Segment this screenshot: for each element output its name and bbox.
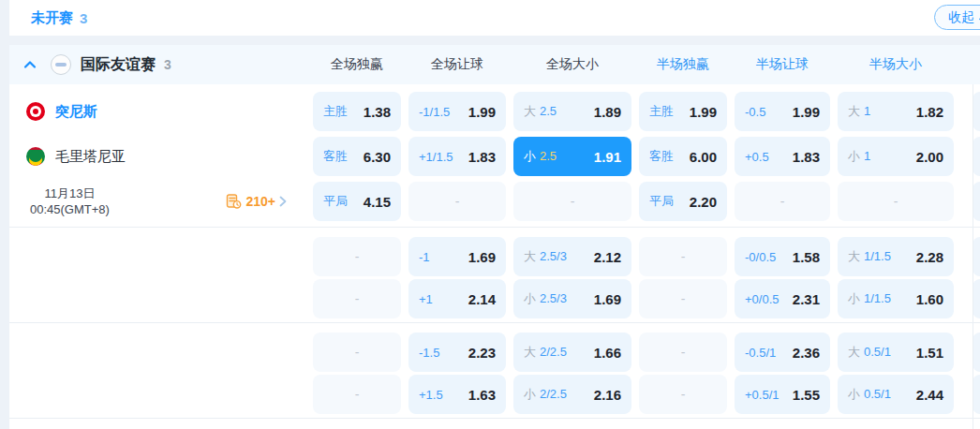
- ou-line: 2.5/3: [540, 249, 567, 263]
- odds-cell[interactable]: -0.5/12.36: [735, 333, 830, 372]
- odds-cell[interactable]: 小1/1.51.60: [838, 279, 954, 318]
- odds-label: 客胜: [323, 148, 348, 165]
- ou-line: 1/1.5: [864, 291, 891, 305]
- odds-label: 平局: [323, 193, 348, 210]
- column-header-ft-handicap: 全场让球: [405, 56, 510, 73]
- odds-label: 平局: [649, 193, 674, 210]
- status-filter-label[interactable]: 未开赛: [31, 9, 73, 27]
- odds-value: 1.55: [793, 387, 820, 403]
- collapse-league-chevron-icon[interactable]: [23, 60, 37, 69]
- odds-cell-empty: -: [639, 375, 727, 414]
- odds-cell-empty: -: [313, 237, 401, 276]
- ou-direction: 小: [848, 387, 860, 401]
- odds-cell[interactable]: +0.5/11.55: [735, 375, 830, 414]
- clipped-odds-cell: [973, 137, 980, 176]
- odds-cell[interactable]: -11.69: [408, 237, 506, 276]
- ou-direction: 大: [524, 104, 536, 118]
- odds-label: -1/1.5: [419, 105, 450, 119]
- odds-value: 1.69: [594, 291, 621, 307]
- home-team: 突尼斯: [9, 92, 309, 131]
- match-row-meta: 11月13日00:45(GMT+8)210+平局4.15--平局2.20--: [9, 182, 980, 221]
- odds-value: 2.31: [793, 291, 820, 307]
- odds-cell[interactable]: +1/1.51.83: [408, 137, 506, 176]
- odds-cell-empty: -: [838, 182, 954, 221]
- odds-cell[interactable]: 小2/2.52.16: [513, 375, 631, 414]
- ou-line: 0.5/1: [864, 387, 891, 401]
- odds-cell[interactable]: 主胜1.38: [313, 92, 401, 131]
- odds-cell-empty: -: [513, 182, 631, 221]
- right-column-divider: [973, 84, 973, 429]
- more-markets-count: 210+: [245, 194, 275, 209]
- odds-cell[interactable]: +0/0.52.31: [735, 279, 830, 318]
- odds-value: 1.51: [916, 345, 943, 361]
- clipped-column: [973, 137, 980, 176]
- column-end-spacer: [958, 182, 973, 221]
- odds-value: 2.16: [594, 387, 621, 403]
- away-team-name[interactable]: 毛里塔尼亚: [55, 148, 126, 166]
- odds-cell[interactable]: 小2.5/31.69: [513, 279, 631, 318]
- odds-cell[interactable]: 大2.5/32.12: [513, 237, 631, 276]
- ou-line: 2.5: [540, 149, 557, 163]
- topbar: 未开赛 3 收起: [9, 0, 980, 36]
- ou-line: 1: [864, 104, 870, 118]
- odds-cell-empty: -: [408, 182, 506, 221]
- more-markets-link[interactable]: 210+: [226, 194, 287, 209]
- ou-line: 2/2.5: [540, 387, 567, 401]
- league-logo: [51, 54, 71, 75]
- odds-cell-selected[interactable]: 小2.51.91: [513, 137, 631, 176]
- odds-cell[interactable]: -1.52.23: [408, 333, 506, 372]
- odds-cell[interactable]: 小12.00: [838, 137, 954, 176]
- league-name[interactable]: 国际友谊赛: [81, 55, 156, 75]
- odds-cell[interactable]: 客胜6.30: [313, 137, 401, 176]
- odds-cell[interactable]: 平局2.20: [639, 182, 727, 221]
- clipped-column: [973, 237, 980, 276]
- odds-cell[interactable]: 大2/2.51.66: [513, 333, 631, 372]
- home-team-name[interactable]: 突尼斯: [55, 103, 97, 121]
- ou-line: 2.5: [540, 104, 557, 118]
- column-header-ht-1x2[interactable]: 半场独赢: [635, 56, 731, 73]
- odds-value: 1.66: [594, 345, 621, 361]
- odds-label: -0/0.5: [745, 250, 776, 264]
- odds-value: 2.00: [916, 149, 943, 165]
- ou-direction: 大: [524, 249, 536, 263]
- column-header-ht-handicap[interactable]: 半场让球: [731, 56, 834, 73]
- clipped-column: [973, 279, 980, 318]
- column-end-spacer: [958, 137, 973, 176]
- empty-info: [9, 375, 309, 414]
- odds-cell[interactable]: -0.51.99: [735, 92, 830, 131]
- odds-cell[interactable]: 平局4.15: [313, 182, 401, 221]
- group-divider: [9, 227, 980, 228]
- odds-cell[interactable]: 客胜6.00: [639, 137, 727, 176]
- odds-label: +0/0.5: [745, 292, 780, 306]
- odds-cell[interactable]: 大0.5/11.51: [838, 333, 954, 372]
- clipped-odds-cell: [973, 333, 980, 372]
- odds-value: 2.28: [916, 249, 943, 265]
- clipped-odds-cell: [973, 237, 980, 276]
- odds-value: 6.30: [364, 149, 391, 165]
- odds-cell[interactable]: -0/0.51.58: [735, 237, 830, 276]
- column-end-spacer: [958, 333, 973, 372]
- odds-label: +0.5: [745, 150, 769, 164]
- odds-cell[interactable]: 主胜1.99: [639, 92, 727, 131]
- odds-cell-empty: -: [639, 237, 727, 276]
- odds-cell-empty: -: [313, 279, 401, 318]
- odds-extra-row: -+1.51.63小2/2.52.16-+0.5/11.55小0.5/12.44: [9, 375, 980, 414]
- column-header-ht-overunder[interactable]: 半场大小: [834, 56, 958, 73]
- odds-cell[interactable]: +0.51.83: [735, 137, 830, 176]
- column-header-ft-overunder: 全场大小: [510, 56, 635, 73]
- odds-value: 6.00: [690, 149, 717, 165]
- odds-cell[interactable]: 大11.82: [838, 92, 954, 131]
- collapse-button[interactable]: 收起: [934, 5, 980, 30]
- away-team: 毛里塔尼亚: [9, 137, 309, 176]
- ou-line: 1/1.5: [864, 249, 891, 263]
- odds-cell[interactable]: 大2.51.89: [513, 92, 631, 131]
- match-row-home: 突尼斯主胜1.38-1/1.51.99大2.51.89主胜1.99-0.51.9…: [9, 92, 980, 131]
- odds-cell[interactable]: -1/1.51.99: [408, 92, 506, 131]
- mauritania-flag-icon: [26, 147, 45, 166]
- odds-value: 2.36: [793, 345, 820, 361]
- odds-cell[interactable]: +12.14: [408, 279, 506, 318]
- clipped-odds-cell: [973, 375, 980, 414]
- odds-cell[interactable]: +1.51.63: [408, 375, 506, 414]
- odds-cell[interactable]: 大1/1.52.28: [838, 237, 954, 276]
- odds-cell[interactable]: 小0.5/12.44: [838, 375, 954, 414]
